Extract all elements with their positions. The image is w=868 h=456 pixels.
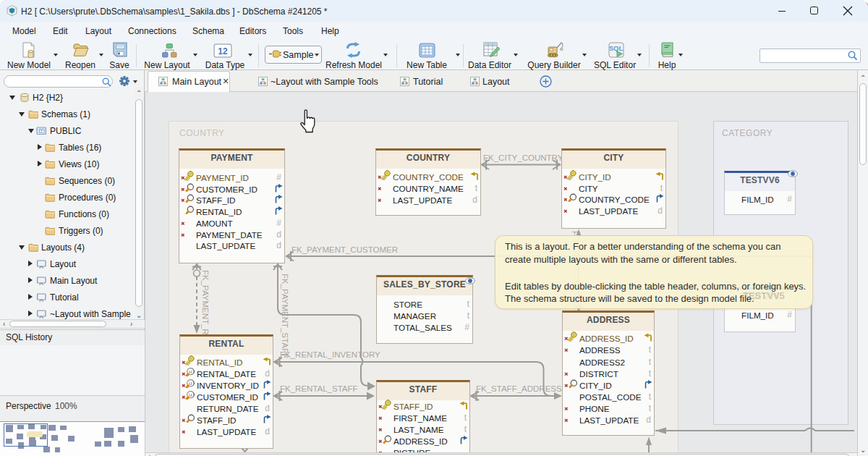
svg-text:FK_PAYMENT_RE: FK_PAYMENT_RE [201, 270, 210, 341]
svg-text:u: u [189, 380, 192, 387]
svg-text:u: u [189, 392, 192, 398]
svg-text:FK_PAYMENT_CUSTOMER: FK_PAYMENT_CUSTOMER [292, 245, 398, 254]
svg-text:FK_PAYMENT_STAFF: FK_PAYMENT_STAFF [281, 274, 289, 358]
svg-text:FK_RENTAL_STAFF: FK_RENTAL_STAFF [280, 384, 358, 393]
svg-text:u: u [189, 368, 192, 375]
svg-text:FK_RENTAL_INVENTORY: FK_RENTAL_INVENTORY [280, 350, 380, 359]
svg-text:FK_STAFF_ADDRESS: FK_STAFF_ADDRESS [476, 384, 562, 393]
svg-text:FK_CITY_COUNTRY: FK_CITY_COUNTRY [483, 153, 563, 162]
